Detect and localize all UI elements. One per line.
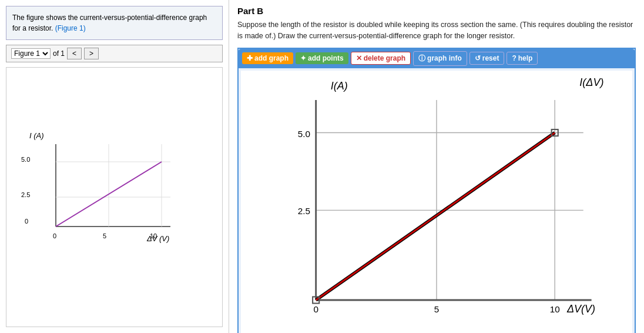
graph-inner[interactable]: I(ΔV) I(A) ΔV(V) 2.5 5.0 0 5 10 <box>241 71 632 334</box>
figure-description-text: The figure shows the current-versus-pote… <box>12 14 207 32</box>
left-graph-svg: I (A) 0 2.5 5.0 ΔV (V) 0 5 10 <box>18 126 212 268</box>
right-graph-line-red <box>316 132 555 299</box>
graph-info-button[interactable]: ⓘ graph info <box>413 51 467 66</box>
right-x-tick-0: 0 <box>313 304 318 314</box>
left-y-tick-2-5: 2.5 <box>21 191 30 198</box>
right-x-tick-10: 10 <box>550 304 560 314</box>
help-button[interactable]: ? help <box>507 52 538 65</box>
reset-button[interactable]: ↺ reset <box>469 52 505 65</box>
help-label: help <box>518 54 533 62</box>
left-x-tick-0: 0 <box>53 232 56 239</box>
reset-label: reset <box>482 54 499 62</box>
left-y-tick-5: 5.0 <box>21 156 30 163</box>
graph-toolbar: ✚ add graph ✦ add points ✕ delete graph … <box>239 49 635 68</box>
figure-of-text: of 1 <box>53 49 65 58</box>
part-b-description: Suppose the length of the resistor is do… <box>237 19 636 42</box>
graph-container: ✚ add graph ✦ add points ✕ delete graph … <box>237 48 636 334</box>
right-x-tick-5: 5 <box>434 304 439 314</box>
right-graph-svg: I(ΔV) I(A) ΔV(V) 2.5 5.0 0 5 10 <box>241 71 632 334</box>
figure-description-box: The figure shows the current-versus-pote… <box>6 6 223 40</box>
plus-icon: ✚ <box>247 54 253 62</box>
left-x-tick-10: 10 <box>150 232 157 239</box>
right-panel: Part B Suppose the length of the resisto… <box>229 0 644 333</box>
add-graph-button[interactable]: ✚ add graph <box>242 52 293 64</box>
right-y-tick-5: 5.0 <box>298 128 310 138</box>
graph-info-label: graph info <box>427 54 462 62</box>
add-points-label: add points <box>308 54 344 62</box>
left-x-tick-5: 5 <box>103 232 106 239</box>
info-icon: ⓘ <box>418 54 425 64</box>
figure-link[interactable]: (Figure 1) <box>55 24 86 32</box>
delete-graph-label: delete graph <box>364 54 405 62</box>
left-y-axis-label: I (A) <box>29 131 44 140</box>
figure-nav: Figure 1 of 1 < > <box>6 45 223 62</box>
left-graph-area: I (A) 0 2.5 5.0 ΔV (V) 0 5 10 <box>6 67 223 327</box>
right-x-axis-label: ΔV(V) <box>566 302 595 314</box>
left-y-tick-0: 0 <box>25 218 28 225</box>
figure-select[interactable]: Figure 1 <box>11 48 51 59</box>
points-icon: ✦ <box>300 54 306 62</box>
next-figure-button[interactable]: > <box>84 48 99 59</box>
help-icon: ? <box>512 54 516 62</box>
left-panel: The figure shows the current-versus-pote… <box>0 0 229 333</box>
add-graph-label: add graph <box>254 54 289 62</box>
delete-graph-button[interactable]: ✕ delete graph <box>351 52 411 65</box>
right-y-tick-2-5: 2.5 <box>298 206 310 216</box>
part-b-title: Part B <box>237 6 636 16</box>
delete-icon: ✕ <box>356 54 362 62</box>
prev-figure-button[interactable]: < <box>67 48 82 59</box>
right-y-inner-label: I(A) <box>331 80 348 92</box>
reset-icon: ↺ <box>475 54 481 62</box>
add-points-button[interactable]: ✦ add points <box>296 52 348 64</box>
right-y-axis-label: I(ΔV) <box>579 76 603 88</box>
